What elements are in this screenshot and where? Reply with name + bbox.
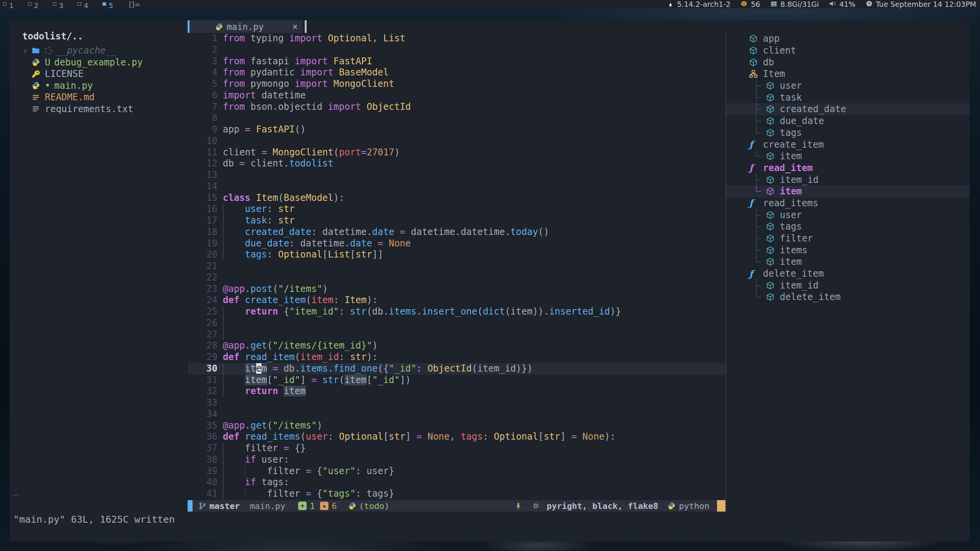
code-line[interactable]: 9app = FastAPI() bbox=[188, 124, 725, 135]
code-line[interactable]: 12db = client.todolist bbox=[188, 158, 725, 170]
close-icon[interactable]: × bbox=[292, 21, 298, 32]
line-number: 6 bbox=[188, 90, 217, 101]
workspace-5[interactable]: 5 bbox=[103, 2, 124, 10]
code-line[interactable]: 15class Item(BaseModel): bbox=[188, 192, 725, 204]
code-line[interactable]: 38 if user: bbox=[188, 454, 725, 466]
code-line[interactable]: 2 bbox=[188, 44, 725, 56]
symbol-row[interactable]: app bbox=[726, 33, 970, 45]
tree-guide bbox=[751, 80, 766, 92]
line-number: 8 bbox=[188, 112, 217, 124]
code-line[interactable]: 5from pymongo import MongoClient bbox=[188, 78, 725, 90]
file-name: LICENSE bbox=[45, 68, 83, 79]
tab-main-py[interactable]: main.py × bbox=[188, 20, 302, 33]
symbol-row[interactable]: tags bbox=[726, 221, 970, 233]
code-line[interactable]: 8 bbox=[188, 112, 725, 124]
code-line[interactable]: 41 filter = {"tags": tags} bbox=[188, 488, 725, 500]
line-content bbox=[223, 318, 228, 329]
file-row[interactable]: requirements.txt bbox=[10, 103, 187, 115]
code-line[interactable]: 20 tags: Optional[List[str]] bbox=[188, 249, 725, 261]
code-line[interactable]: 10 bbox=[188, 135, 725, 147]
symbol-row[interactable]: delete_item bbox=[726, 291, 970, 303]
code-line[interactable]: 23@app.post("/items") bbox=[188, 284, 725, 295]
symbol-row[interactable]: item_id bbox=[726, 279, 970, 291]
line-number: 18 bbox=[188, 227, 217, 238]
code-line[interactable]: 36def read_items(user: Optional[str] = N… bbox=[188, 431, 725, 443]
symbol-row[interactable]: filter bbox=[726, 233, 970, 245]
explorer-root-folder[interactable]: todolist/.. bbox=[22, 31, 83, 42]
workspace-2[interactable]: 2 bbox=[28, 2, 50, 10]
code-token: "/items" bbox=[278, 284, 323, 294]
file-row[interactable]: ›__pycache__ bbox=[10, 45, 187, 57]
file-row[interactable]: Udebug_example.py bbox=[10, 57, 187, 68]
symbol-row[interactable]: ƒread_items bbox=[726, 197, 970, 209]
code-line[interactable]: 35@app.get("/items") bbox=[188, 420, 725, 432]
code-line[interactable]: 24def create_item(item: Item): bbox=[188, 295, 725, 306]
mode-indicator-block bbox=[188, 500, 193, 512]
code-line[interactable]: 19 due_date: datetime.date = None bbox=[188, 238, 725, 249]
code-line[interactable]: 4from pydantic import BaseModel bbox=[188, 67, 725, 78]
code-line[interactable]: 11client = MongoClient(port=27017) bbox=[188, 147, 725, 158]
system-status-item: Tue September 14 12:03PM bbox=[866, 0, 976, 9]
workspace-1[interactable]: 1 bbox=[3, 2, 25, 10]
symbol-row[interactable]: Item bbox=[726, 68, 970, 80]
workspace-3[interactable]: 3 bbox=[53, 2, 75, 10]
symbol-row[interactable]: item bbox=[726, 150, 970, 162]
symbol-row[interactable]: created_date bbox=[726, 103, 970, 115]
symbol-row[interactable]: ƒread_item bbox=[726, 162, 970, 174]
file-row[interactable]: LICENSE bbox=[10, 68, 187, 80]
command-line-area[interactable]: "main.py" 63L, 1625C written bbox=[10, 512, 970, 541]
symbol-row[interactable]: db bbox=[726, 56, 970, 68]
code-line[interactable]: 32 return item bbox=[188, 386, 725, 397]
symbol-row[interactable]: task bbox=[726, 91, 970, 103]
code-line[interactable]: 27 bbox=[188, 329, 725, 341]
symbol-row[interactable]: items bbox=[726, 244, 970, 256]
symbol-row[interactable]: user bbox=[726, 80, 970, 92]
line-content: item["_id"] = str(item["_id"]) bbox=[223, 375, 411, 386]
code-line[interactable]: 18 created_date: datetime.date = datetim… bbox=[188, 227, 725, 238]
symbol-row[interactable]: ƒcreate_item bbox=[726, 139, 970, 150]
code-line[interactable]: 7from bson.objectid import ObjectId bbox=[188, 101, 725, 113]
code-line[interactable]: 39 filter = {"user": user} bbox=[188, 466, 725, 477]
code-line[interactable]: 6import datetime bbox=[188, 90, 725, 101]
code-token: : bbox=[339, 306, 350, 317]
code-line[interactable]: 30 item = db.items.find_one({"_id": Obje… bbox=[188, 363, 725, 375]
symbol-row[interactable]: ƒdelete_item bbox=[726, 268, 970, 280]
code-token: Optional bbox=[328, 33, 372, 44]
code-line[interactable]: 14 bbox=[188, 181, 725, 192]
code-token: ObjectId bbox=[428, 363, 472, 374]
code-line[interactable]: 34 bbox=[188, 409, 725, 420]
code-token: str bbox=[389, 431, 405, 442]
code-line[interactable]: 25 return {"item_id": str(db.items.inser… bbox=[188, 306, 725, 318]
symbol-row[interactable]: item_id bbox=[726, 174, 970, 186]
code-line[interactable]: 17 task: str bbox=[188, 215, 725, 227]
symbol-row[interactable]: item bbox=[726, 256, 970, 268]
code-line[interactable]: 29def read_item(item_id: str): bbox=[188, 352, 725, 363]
code-token: class bbox=[223, 192, 250, 203]
workspace-4[interactable]: 4 bbox=[78, 2, 100, 10]
code-line[interactable]: 31 item["_id"] = str(item["_id"]) bbox=[188, 375, 725, 386]
code-token: client bbox=[223, 147, 261, 158]
workspace-label: 4 bbox=[84, 2, 88, 10]
code-line[interactable]: 16 user: str bbox=[188, 204, 725, 215]
file-row[interactable]: README.md bbox=[10, 91, 187, 103]
symbol-row[interactable]: item bbox=[726, 186, 970, 197]
code-editor[interactable]: 1from typing import Optional, List23from… bbox=[188, 33, 725, 500]
code-token: { bbox=[278, 306, 289, 317]
symbol-row[interactable]: tags bbox=[726, 127, 970, 139]
code-line[interactable]: 37 filter = {} bbox=[188, 443, 725, 454]
code-line[interactable]: 3from fastapi import FastAPI bbox=[188, 56, 725, 67]
code-line[interactable]: 21 bbox=[188, 261, 725, 272]
code-line[interactable]: 22 bbox=[188, 272, 725, 284]
code-line[interactable]: 13 bbox=[188, 170, 725, 181]
code-token: , bbox=[449, 431, 461, 442]
code-line[interactable]: 28@app.get("/items/{item_id}") bbox=[188, 340, 725, 352]
symbol-row[interactable]: user bbox=[726, 209, 970, 221]
code-line[interactable]: 26 bbox=[188, 318, 725, 329]
code-line[interactable]: 40 if tags: bbox=[188, 477, 725, 488]
code-line[interactable]: 1from typing import Optional, List bbox=[188, 33, 725, 44]
symbol-row[interactable]: client bbox=[726, 45, 970, 57]
code-line[interactable]: 33 bbox=[188, 397, 725, 409]
symbol-row[interactable]: due_date bbox=[726, 115, 970, 127]
file-row[interactable]: •main.py bbox=[10, 80, 187, 92]
pine-tree-icon bbox=[514, 502, 522, 510]
